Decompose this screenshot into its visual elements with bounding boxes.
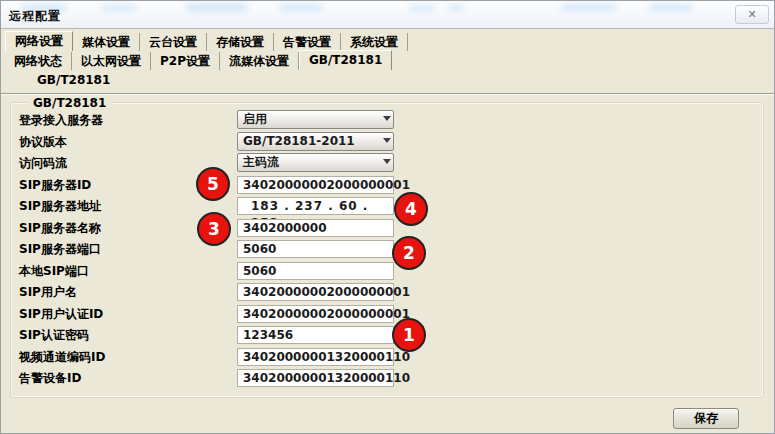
chevron-down-icon (383, 159, 391, 164)
annotation-badge-1: 1 (392, 318, 426, 352)
save-button[interactable]: 保存 (673, 408, 739, 429)
tab-storage-settings[interactable]: 存储设置 (207, 33, 274, 51)
tab-system-settings[interactable]: 系统设置 (341, 33, 408, 51)
label-alarm-device-id: 告警设备ID (19, 370, 81, 387)
annotation-badge-4: 4 (394, 192, 428, 226)
gbt28181-form: 登录接入服务器 启用 协议版本 GB/T28181-2011 访问码流 主码流 … (1, 109, 775, 389)
annotation-badge-5: 5 (196, 167, 230, 201)
tab-ethernet-settings[interactable]: 以太网设置 (72, 52, 151, 70)
form-row: SIP服务器ID 34020000002000000001 (1, 174, 775, 196)
form-row: SIP服务器端口 5060 (1, 238, 775, 260)
access-stream-select[interactable]: 主码流 (237, 153, 394, 172)
label-access-stream: 访问码流 (19, 155, 67, 172)
tab-strip-main: 网络设置 媒体设置 云台设置 存储设置 告警设置 系统设置 (5, 32, 408, 51)
divider (1, 93, 775, 95)
sip-username-input[interactable]: 34020000002000000001 (237, 283, 394, 301)
chevron-down-icon (383, 138, 391, 143)
label-sip-server-name: SIP服务器名称 (19, 220, 101, 237)
glass-artifact (186, 3, 248, 12)
form-row: SIP服务器地址 183 . 237 . 60 . 253 (1, 195, 775, 217)
annotation-badge-3: 3 (197, 212, 231, 246)
remote-config-dialog: 远程配置 ✕ 网络设置 媒体设置 云台设置 存储设置 告警设置 系统设置 网络状… (0, 0, 775, 434)
close-icon[interactable]: ✕ (735, 5, 769, 24)
tab-stream-media-settings[interactable]: 流媒体设置 (220, 52, 299, 70)
label-sip-auth-password: SIP认证密码 (19, 327, 89, 344)
tab-alarm-settings[interactable]: 告警设置 (274, 33, 341, 51)
sip-server-port-input[interactable]: 5060 (237, 240, 394, 258)
sip-user-auth-id-input[interactable]: 34020000002000000001 (237, 305, 394, 323)
glass-artifact (279, 4, 323, 11)
protocol-version-select[interactable]: GB/T28181-2011 (237, 132, 394, 151)
form-row: SIP用户名 34020000002000000001 (1, 281, 775, 303)
form-row: 告警设备ID 34020000001320000110 (1, 367, 775, 389)
tab-p2p-settings[interactable]: P2P设置 (151, 52, 220, 70)
label-sip-username: SIP用户名 (19, 284, 77, 301)
glass-artifact (409, 5, 435, 11)
label-login-access-server: 登录接入服务器 (19, 112, 103, 129)
chevron-down-icon (383, 116, 391, 121)
glass-artifact (561, 4, 617, 11)
video-channel-id-input[interactable]: 34020000001320000110 (237, 348, 394, 366)
label-video-channel-id: 视频通道编码ID (19, 349, 105, 366)
form-row: 访问码流 主码流 (1, 152, 775, 174)
label-sip-server-id: SIP服务器ID (19, 177, 91, 194)
form-row: 登录接入服务器 启用 (1, 109, 775, 131)
form-row: SIP用户认证ID 34020000002000000001 (1, 303, 775, 325)
sip-server-name-input[interactable]: 3402000000 (237, 219, 394, 237)
login-access-server-select[interactable]: 启用 (237, 110, 394, 129)
form-row: 本地SIP端口 5060 (1, 260, 775, 282)
label-protocol-version: 协议版本 (19, 134, 67, 151)
sip-server-address-input[interactable]: 183 . 237 . 60 . 253 (237, 197, 394, 215)
annotation-badge-2: 2 (392, 236, 426, 270)
tab-strip-network: 网络状态 以太网设置 P2P设置 流媒体设置 GB/T28181 (5, 52, 392, 70)
local-sip-port-input[interactable]: 5060 (237, 262, 394, 280)
form-row: SIP服务器名称 3402000000 (1, 217, 775, 239)
tab-network-settings[interactable]: 网络设置 (5, 31, 73, 51)
groupbox-title: GB/T28181 (28, 96, 111, 110)
tab-media-settings[interactable]: 媒体设置 (73, 33, 140, 51)
glass-artifact (649, 4, 693, 11)
alarm-device-id-input[interactable]: 34020000001320000110 (237, 369, 394, 387)
titlebar: 远程配置 ✕ (1, 1, 775, 29)
label-sip-server-port: SIP服务器端口 (19, 241, 101, 258)
sip-auth-password-input[interactable]: 123456 (237, 326, 394, 344)
glass-artifact (101, 5, 137, 11)
label-sip-server-address: SIP服务器地址 (19, 198, 101, 215)
form-row: 视频通道编码ID 34020000001320000110 (1, 346, 775, 368)
tab-ptz-settings[interactable]: 云台设置 (140, 33, 207, 51)
sip-server-id-input[interactable]: 34020000002000000001 (237, 176, 394, 194)
tab-network-status[interactable]: 网络状态 (5, 52, 72, 70)
label-sip-user-auth-id: SIP用户认证ID (19, 306, 103, 323)
tab-gbt28181[interactable]: GB/T28181 (299, 50, 392, 70)
label-local-sip-port: 本地SIP端口 (19, 263, 89, 280)
window-title: 远程配置 (9, 8, 61, 25)
glass-artifact (448, 5, 464, 11)
form-row: 协议版本 GB/T28181-2011 (1, 131, 775, 153)
form-row: SIP认证密码 123456 (1, 324, 775, 346)
breadcrumb-gbt28181: GB/T28181 (37, 73, 110, 87)
